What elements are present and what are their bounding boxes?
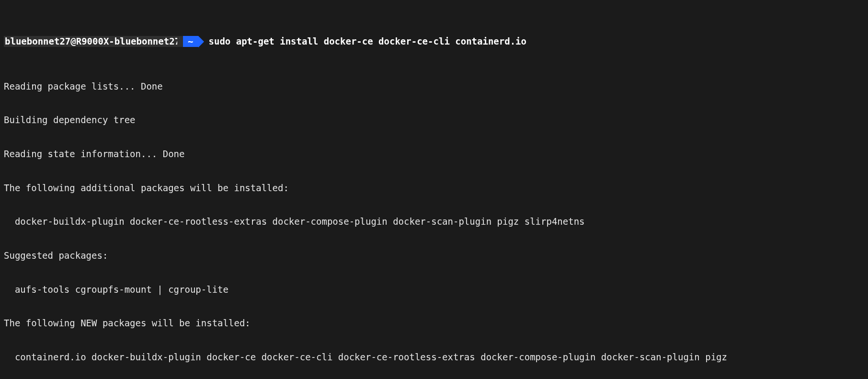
output-line: aufs-tools cgroupfs-mount | cgroup-lite: [4, 284, 864, 296]
output-line: The following NEW packages will be insta…: [4, 318, 864, 329]
prompt-user-host: bluebonnet27@R9000X-bluebonnet27: [4, 36, 183, 47]
shell-prompt-line: bluebonnet27@R9000X-bluebonnet27 ~ sudo …: [4, 36, 864, 47]
output-line: containerd.io docker-buildx-plugin docke…: [4, 352, 864, 363]
output-line: Reading package lists... Done: [4, 81, 864, 92]
command-input[interactable]: sudo apt-get install docker-ce docker-ce…: [198, 36, 526, 47]
output-line: docker-buildx-plugin docker-ce-rootless-…: [4, 216, 864, 228]
terminal-window[interactable]: bluebonnet27@R9000X-bluebonnet27 ~ sudo …: [0, 0, 868, 379]
output-line: Building dependency tree: [4, 115, 864, 126]
output-line: Suggested packages:: [4, 250, 864, 262]
prompt-path-segment: ~: [183, 36, 198, 47]
output-line: Reading state information... Done: [4, 149, 864, 160]
output-line: The following additional packages will b…: [4, 183, 864, 194]
